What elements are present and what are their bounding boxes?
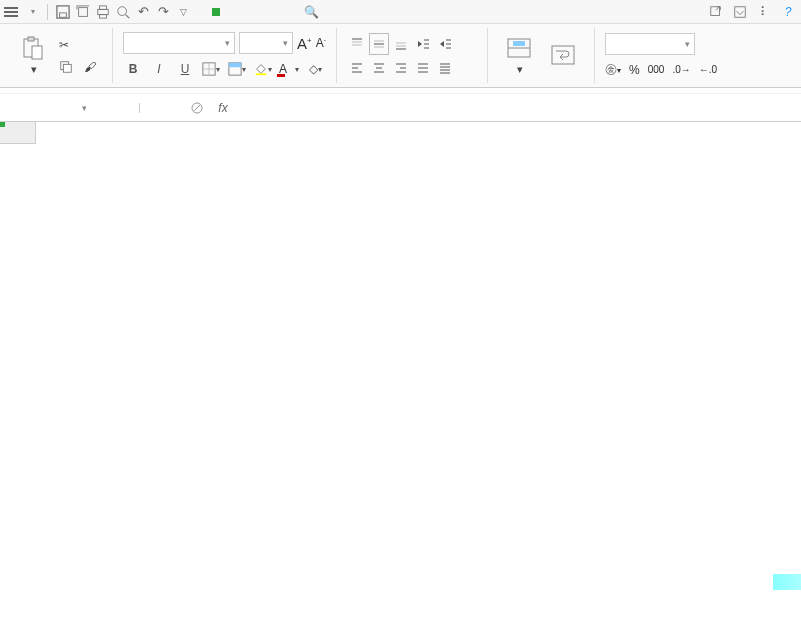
caret-down-icon: ▾: [31, 7, 35, 16]
svg-rect-5: [98, 9, 109, 14]
copy-icon: [59, 60, 73, 74]
svg-rect-11: [735, 6, 746, 17]
align-center-button[interactable]: [369, 57, 389, 79]
font-name-select[interactable]: ▾: [123, 32, 235, 54]
tab-special[interactable]: [284, 8, 292, 16]
redo-icon[interactable]: ↷: [154, 3, 172, 21]
border-button[interactable]: ▾: [201, 59, 221, 79]
more-icon[interactable]: ⠇: [755, 3, 773, 21]
svg-rect-21: [229, 63, 241, 67]
svg-rect-6: [100, 5, 107, 9]
fill-color-button[interactable]: ▾: [253, 59, 273, 79]
percent-button[interactable]: %: [629, 63, 640, 77]
underline-button[interactable]: U: [175, 59, 195, 79]
increase-decimal-button[interactable]: .0→: [672, 64, 690, 75]
help-icon[interactable]: ?: [779, 3, 797, 21]
orientation-button[interactable]: [457, 33, 477, 55]
svg-line-9: [126, 14, 130, 18]
number-format-select[interactable]: ▾: [605, 33, 695, 55]
paste-button[interactable]: ▾: [12, 35, 54, 76]
caret-down-icon: ▾: [283, 38, 288, 48]
svg-rect-58: [552, 46, 574, 64]
formula-input[interactable]: [240, 98, 801, 118]
justify-button[interactable]: [413, 57, 433, 79]
caret-down-icon: ▾: [82, 103, 87, 113]
caret-down-icon: ▾: [517, 63, 523, 76]
tab-data[interactable]: [244, 8, 252, 16]
wrap-text-button[interactable]: [542, 28, 584, 83]
decrease-font-button[interactable]: A-: [316, 36, 326, 50]
svg-rect-1: [60, 12, 67, 16]
align-bottom-button[interactable]: [391, 33, 411, 55]
select-all-corner[interactable]: [0, 122, 36, 144]
share-icon[interactable]: [707, 3, 725, 21]
svg-rect-2: [79, 7, 88, 16]
ribbon-tabs: [212, 8, 292, 16]
comma-button[interactable]: 000: [648, 64, 665, 75]
bold-button[interactable]: B: [123, 59, 143, 79]
paste-icon: [20, 35, 46, 61]
watermark: [773, 574, 801, 590]
tab-formula[interactable]: [236, 8, 244, 16]
caret-down-icon: ▾: [31, 63, 37, 76]
decrease-decimal-button[interactable]: ←.0: [699, 64, 717, 75]
wrap-icon: [550, 42, 576, 68]
currency-button[interactable]: ㊎▾: [605, 61, 621, 78]
distributed-button[interactable]: [435, 57, 455, 79]
search-icon: 🔍: [304, 5, 319, 19]
svg-line-60: [194, 105, 200, 111]
font-size-select[interactable]: ▾: [239, 32, 293, 54]
caret-down-icon: ▾: [225, 38, 230, 48]
tab-view[interactable]: [260, 8, 268, 16]
file-menu[interactable]: ▾: [22, 5, 41, 18]
export-icon[interactable]: [731, 3, 749, 21]
tab-review[interactable]: [252, 8, 260, 16]
name-box[interactable]: ▾: [0, 103, 140, 113]
svg-rect-7: [100, 14, 107, 18]
increase-indent-button[interactable]: [435, 33, 455, 55]
svg-point-8: [118, 6, 127, 15]
cell-style-button[interactable]: ▾: [227, 59, 247, 79]
italic-button[interactable]: I: [149, 59, 169, 79]
save-icon[interactable]: [54, 3, 72, 21]
search-command[interactable]: 🔍: [304, 5, 322, 19]
svg-rect-14: [32, 46, 42, 59]
tab-page-layout[interactable]: [228, 8, 236, 16]
font-color-button[interactable]: A▾: [279, 59, 299, 79]
svg-rect-22: [256, 73, 267, 75]
tab-security[interactable]: [268, 8, 276, 16]
merge-center-button[interactable]: ▾: [498, 28, 540, 83]
print-preview-icon[interactable]: [74, 3, 92, 21]
tab-start[interactable]: [212, 8, 220, 16]
clear-format-button[interactable]: ◇▾: [305, 59, 325, 79]
svg-rect-57: [513, 41, 525, 46]
format-painter-button[interactable]: 🖌: [81, 58, 102, 76]
alignment-group: [347, 33, 477, 79]
app-menu-icon[interactable]: [4, 7, 18, 17]
svg-rect-0: [57, 5, 69, 17]
brush-icon: 🖌: [84, 60, 96, 74]
separator: [47, 4, 48, 20]
decrease-indent-button[interactable]: [413, 33, 433, 55]
undo-icon[interactable]: ↶: [134, 3, 152, 21]
preview-icon[interactable]: [114, 3, 132, 21]
align-right-button[interactable]: [391, 57, 411, 79]
align-more-button[interactable]: [457, 57, 477, 79]
align-middle-button[interactable]: [369, 33, 389, 55]
print-icon[interactable]: [94, 3, 112, 21]
align-top-button[interactable]: [347, 33, 367, 55]
copy-button[interactable]: [56, 58, 79, 76]
fx-icon[interactable]: fx: [214, 99, 232, 117]
dropdown-icon[interactable]: ▽: [174, 3, 192, 21]
merge-icon: [506, 35, 532, 61]
increase-font-button[interactable]: A+: [297, 35, 312, 52]
cut-button[interactable]: ✂: [56, 36, 102, 54]
tab-devtools[interactable]: [276, 8, 284, 16]
caret-down-icon: ▾: [685, 39, 690, 49]
svg-rect-23: [277, 74, 285, 77]
align-left-button[interactable]: [347, 57, 367, 79]
tab-insert[interactable]: [220, 8, 228, 16]
svg-rect-13: [28, 37, 34, 41]
scissors-icon: ✂: [59, 38, 69, 52]
cancel-formula-icon[interactable]: [188, 99, 206, 117]
